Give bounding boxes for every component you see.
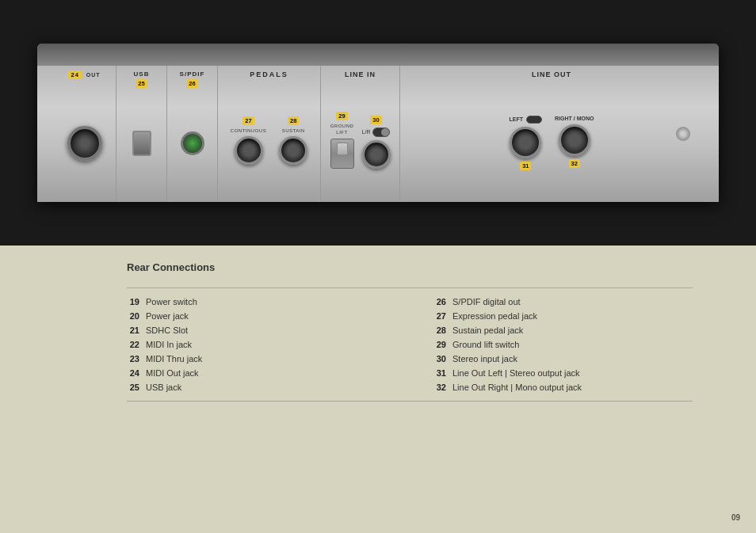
item-description: Stereo input jack bbox=[452, 354, 517, 364]
page-number: 09 bbox=[731, 513, 740, 522]
right-column: 26S/PDIF digital out27Expression pedal j… bbox=[433, 295, 693, 394]
item-description: MIDI Out jack bbox=[146, 368, 199, 378]
item-number: 31 bbox=[433, 368, 446, 378]
item-number: 21 bbox=[127, 326, 139, 335]
pedals-section: PEDALS 27 CONTINUOUS 28 SUSTAIN bbox=[218, 66, 321, 202]
usb-section: USB 25 bbox=[116, 66, 167, 202]
item-description: SDHC Slot bbox=[146, 326, 188, 335]
panel-screw bbox=[676, 127, 690, 141]
item-description: Power switch bbox=[146, 297, 197, 306]
item-description: USB jack bbox=[146, 383, 181, 392]
item-number: 30 bbox=[433, 354, 446, 364]
content-section: Rear Connections 19Power switch20Power j… bbox=[0, 246, 756, 533]
line-out-section: LINE OUT LEFT 31 RIGHT / MONO bbox=[400, 66, 703, 202]
line-in-label: LINE IN bbox=[345, 70, 376, 78]
midi-out-jack bbox=[67, 126, 102, 161]
list-item: 31Line Out Left | Stereo output jack bbox=[433, 366, 693, 380]
list-item: 28Sustain pedal jack bbox=[433, 323, 693, 337]
usb-connectors bbox=[132, 131, 151, 156]
list-item: 24MIDI Out jack bbox=[127, 366, 386, 380]
divider-bottom bbox=[127, 401, 693, 402]
left-column: 19Power switch20Power jack21SDHC Slot22M… bbox=[127, 295, 386, 394]
ground-lift-switch bbox=[330, 139, 354, 169]
line-in-jack bbox=[362, 140, 391, 169]
line-out-right-jack bbox=[559, 124, 590, 156]
line-in-section: LINE IN 29 GROUNDLIFT 30 L/R bbox=[321, 66, 400, 202]
item-number: 27 bbox=[433, 311, 446, 321]
line-out-left: LEFT 31 bbox=[510, 116, 543, 170]
item-number: 22 bbox=[127, 340, 139, 349]
rear-connections-title: Rear Connections bbox=[127, 261, 693, 275]
device-panel: 24 OUT USB 25 bbox=[37, 44, 719, 202]
list-item: 29Ground lift switch bbox=[433, 337, 693, 352]
list-item: 25USB jack bbox=[127, 380, 386, 394]
device-image-area: 24 OUT USB 25 bbox=[0, 0, 756, 246]
item-description: Sustain pedal jack bbox=[452, 326, 523, 335]
badge-25: 25 bbox=[136, 79, 147, 88]
badge-29: 29 bbox=[336, 112, 347, 120]
item-description: Line Out Right | Mono output jack bbox=[452, 383, 582, 392]
divider-top bbox=[127, 287, 693, 288]
item-number: 20 bbox=[127, 311, 139, 321]
ground-lift-connector: 29 GROUNDLIFT bbox=[330, 112, 354, 168]
panel-sections: 24 OUT USB 25 bbox=[45, 66, 711, 202]
spdif-connectors bbox=[181, 131, 204, 155]
ground-lift-text: GROUNDLIFT bbox=[330, 124, 354, 135]
badge-27: 27 bbox=[242, 116, 254, 125]
list-item: 32Line Out Right | Mono output jack bbox=[433, 380, 693, 394]
lr-label: L/R bbox=[362, 129, 371, 135]
left-label: LEFT bbox=[510, 116, 524, 122]
items-grid: 19Power switch20Power jack21SDHC Slot22M… bbox=[127, 295, 693, 394]
panel-top-strip bbox=[37, 44, 719, 66]
sustain-label: SUSTAIN bbox=[282, 128, 305, 133]
sustain-connector: 28 SUSTAIN bbox=[279, 116, 307, 165]
spdif-section: S/PDIF 26 bbox=[167, 66, 218, 202]
item-number: 23 bbox=[127, 354, 139, 364]
list-item: 21SDHC Slot bbox=[127, 323, 386, 337]
line-out-left-jack bbox=[510, 127, 541, 158]
item-description: Power jack bbox=[146, 311, 189, 321]
item-number: 32 bbox=[433, 383, 446, 392]
list-item: 26S/PDIF digital out bbox=[433, 295, 693, 309]
continuous-jack bbox=[235, 136, 263, 165]
line-out-label: LINE OUT bbox=[532, 70, 571, 78]
badge-32: 32 bbox=[569, 159, 580, 168]
item-number: 28 bbox=[433, 326, 446, 335]
item-number: 29 bbox=[433, 340, 446, 349]
list-item: 30Stereo input jack bbox=[433, 352, 693, 366]
badge-24: 24 bbox=[68, 70, 81, 79]
continuous-connector: 27 CONTINUOUS bbox=[231, 116, 266, 165]
midi-out-label: 24 OUT bbox=[68, 70, 100, 79]
badge-31: 31 bbox=[520, 162, 531, 170]
usb-label: USB bbox=[134, 70, 150, 78]
item-description: Line Out Left | Stereo output jack bbox=[452, 368, 580, 378]
sustain-jack bbox=[279, 136, 307, 165]
continuous-label: CONTINUOUS bbox=[231, 128, 266, 133]
item-number: 19 bbox=[127, 297, 139, 306]
usb-jack bbox=[132, 131, 151, 156]
item-number: 25 bbox=[127, 383, 139, 392]
list-item: 27Expression pedal jack bbox=[433, 309, 693, 323]
midi-out-section: 24 OUT bbox=[53, 66, 116, 202]
badge-30: 30 bbox=[370, 116, 381, 124]
lr-toggle bbox=[372, 128, 390, 137]
list-item: 20Power jack bbox=[127, 309, 386, 323]
pedals-label: PEDALS bbox=[250, 70, 288, 78]
lr-connector: 30 L/R bbox=[362, 116, 391, 169]
item-number: 26 bbox=[433, 297, 446, 306]
line-out-right: RIGHT / MONO 32 bbox=[555, 116, 594, 170]
list-item: 22MIDI In jack bbox=[127, 337, 386, 352]
item-description: S/PDIF digital out bbox=[452, 297, 521, 306]
list-item: 23MIDI Thru jack bbox=[127, 352, 386, 366]
spdif-jack bbox=[181, 131, 204, 155]
item-description: Ground lift switch bbox=[452, 340, 519, 349]
badge-26: 26 bbox=[186, 79, 197, 88]
badge-28: 28 bbox=[288, 116, 299, 125]
item-number: 24 bbox=[127, 368, 139, 378]
panel-body: 24 OUT USB 25 bbox=[37, 66, 719, 202]
item-description: MIDI In jack bbox=[146, 340, 192, 349]
line-out-connectors: LEFT 31 RIGHT / MONO 32 bbox=[510, 116, 594, 170]
item-description: MIDI Thru jack bbox=[146, 354, 202, 364]
right-label: RIGHT / MONO bbox=[555, 116, 594, 121]
list-item: 19Power switch bbox=[127, 295, 386, 309]
